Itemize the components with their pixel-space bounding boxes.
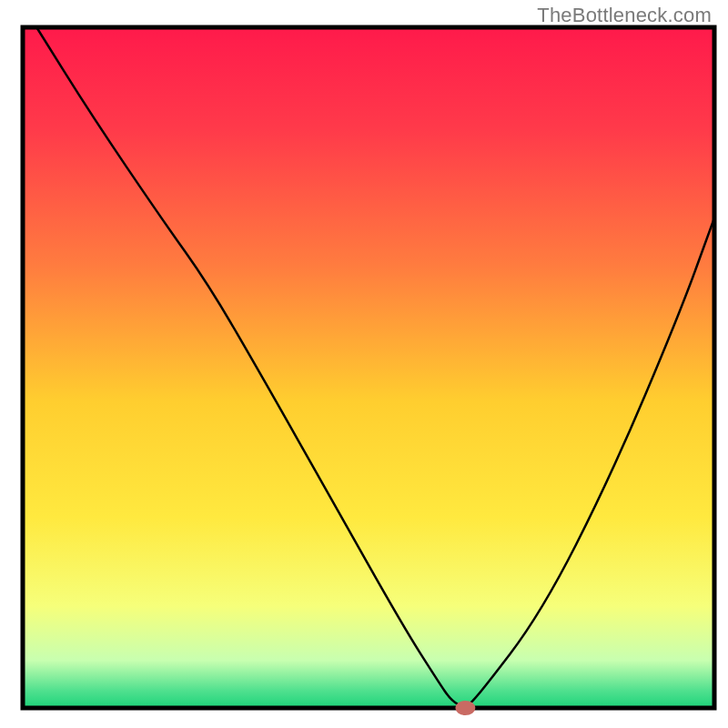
plot-background	[23, 27, 714, 708]
optimal-marker	[455, 701, 475, 715]
chart-container: { "watermark": "TheBottleneck.com", "cha…	[0, 0, 728, 728]
bottleneck-chart	[0, 0, 728, 728]
